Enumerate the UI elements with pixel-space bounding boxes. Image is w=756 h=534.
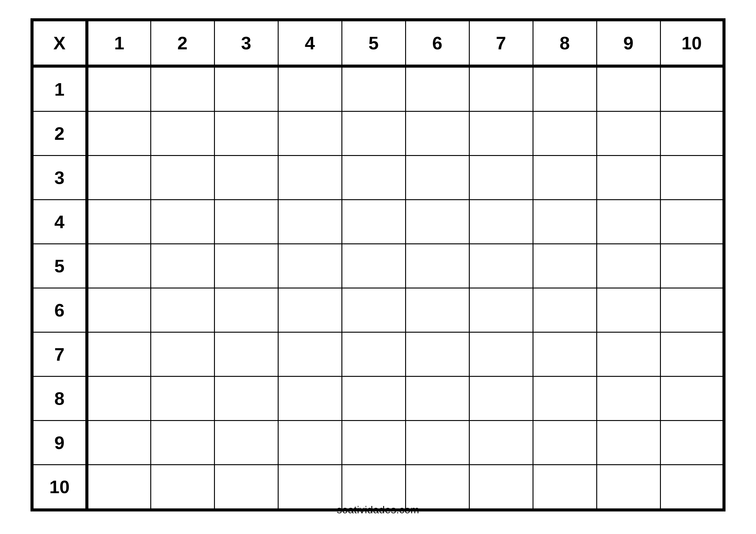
cell[interactable] bbox=[660, 465, 724, 510]
cell[interactable] bbox=[342, 200, 405, 244]
cell[interactable] bbox=[597, 421, 660, 465]
cell[interactable] bbox=[405, 421, 469, 465]
cell[interactable] bbox=[533, 66, 597, 112]
cell[interactable] bbox=[597, 200, 660, 244]
cell[interactable] bbox=[278, 156, 342, 200]
cell[interactable] bbox=[597, 376, 660, 421]
cell[interactable] bbox=[214, 376, 278, 421]
cell[interactable] bbox=[214, 66, 278, 112]
cell[interactable] bbox=[87, 376, 150, 421]
cell[interactable] bbox=[660, 66, 724, 112]
cell[interactable] bbox=[660, 112, 724, 156]
cell[interactable] bbox=[87, 421, 150, 465]
cell[interactable] bbox=[150, 156, 214, 200]
cell[interactable] bbox=[533, 288, 597, 332]
cell[interactable] bbox=[533, 156, 597, 200]
cell[interactable] bbox=[469, 200, 533, 244]
cell[interactable] bbox=[87, 332, 150, 376]
cell[interactable] bbox=[278, 332, 342, 376]
cell[interactable] bbox=[87, 288, 150, 332]
cell[interactable] bbox=[150, 200, 214, 244]
cell[interactable] bbox=[533, 112, 597, 156]
cell[interactable] bbox=[214, 244, 278, 288]
cell[interactable] bbox=[469, 244, 533, 288]
cell[interactable] bbox=[405, 332, 469, 376]
cell[interactable] bbox=[150, 421, 214, 465]
cell[interactable] bbox=[533, 376, 597, 421]
cell[interactable] bbox=[342, 376, 405, 421]
cell[interactable] bbox=[469, 465, 533, 510]
cell[interactable] bbox=[150, 112, 214, 156]
cell[interactable] bbox=[342, 465, 405, 510]
cell[interactable] bbox=[150, 288, 214, 332]
cell[interactable] bbox=[597, 156, 660, 200]
cell[interactable] bbox=[469, 288, 533, 332]
cell[interactable] bbox=[597, 465, 660, 510]
cell[interactable] bbox=[405, 376, 469, 421]
cell[interactable] bbox=[597, 288, 660, 332]
cell[interactable] bbox=[533, 200, 597, 244]
cell[interactable] bbox=[278, 244, 342, 288]
cell[interactable] bbox=[150, 66, 214, 112]
cell[interactable] bbox=[405, 465, 469, 510]
cell[interactable] bbox=[660, 200, 724, 244]
cell[interactable] bbox=[278, 66, 342, 112]
cell[interactable] bbox=[87, 244, 150, 288]
cell[interactable] bbox=[278, 465, 342, 510]
cell[interactable] bbox=[597, 332, 660, 376]
cell[interactable] bbox=[278, 288, 342, 332]
cell[interactable] bbox=[469, 66, 533, 112]
cell[interactable] bbox=[214, 421, 278, 465]
cell[interactable] bbox=[660, 288, 724, 332]
cell[interactable] bbox=[342, 288, 405, 332]
cell[interactable] bbox=[87, 200, 150, 244]
cell[interactable] bbox=[660, 332, 724, 376]
cell[interactable] bbox=[87, 112, 150, 156]
cell[interactable] bbox=[150, 465, 214, 510]
cell[interactable] bbox=[405, 200, 469, 244]
cell[interactable] bbox=[342, 66, 405, 112]
cell[interactable] bbox=[214, 112, 278, 156]
cell[interactable] bbox=[150, 376, 214, 421]
cell[interactable] bbox=[342, 421, 405, 465]
cell[interactable] bbox=[405, 244, 469, 288]
cell[interactable] bbox=[533, 244, 597, 288]
cell[interactable] bbox=[342, 332, 405, 376]
cell[interactable] bbox=[278, 421, 342, 465]
cell[interactable] bbox=[405, 112, 469, 156]
cell[interactable] bbox=[214, 288, 278, 332]
cell[interactable] bbox=[214, 200, 278, 244]
cell[interactable] bbox=[214, 465, 278, 510]
cell[interactable] bbox=[342, 112, 405, 156]
cell[interactable] bbox=[405, 288, 469, 332]
cell[interactable] bbox=[469, 332, 533, 376]
cell[interactable] bbox=[533, 421, 597, 465]
cell[interactable] bbox=[87, 66, 150, 112]
cell[interactable] bbox=[660, 244, 724, 288]
cell[interactable] bbox=[469, 421, 533, 465]
cell[interactable] bbox=[660, 156, 724, 200]
cell[interactable] bbox=[87, 465, 150, 510]
cell[interactable] bbox=[150, 244, 214, 288]
cell[interactable] bbox=[405, 156, 469, 200]
cell[interactable] bbox=[597, 244, 660, 288]
cell[interactable] bbox=[660, 421, 724, 465]
cell[interactable] bbox=[278, 200, 342, 244]
cell[interactable] bbox=[214, 332, 278, 376]
cell[interactable] bbox=[214, 156, 278, 200]
cell[interactable] bbox=[660, 376, 724, 421]
cell[interactable] bbox=[597, 66, 660, 112]
cell[interactable] bbox=[597, 112, 660, 156]
cell[interactable] bbox=[150, 332, 214, 376]
cell[interactable] bbox=[278, 376, 342, 421]
cell[interactable] bbox=[278, 112, 342, 156]
cell[interactable] bbox=[533, 332, 597, 376]
cell[interactable] bbox=[87, 156, 150, 200]
cell[interactable] bbox=[533, 465, 597, 510]
cell[interactable] bbox=[342, 156, 405, 200]
cell[interactable] bbox=[342, 244, 405, 288]
cell[interactable] bbox=[469, 156, 533, 200]
cell[interactable] bbox=[469, 112, 533, 156]
cell[interactable] bbox=[405, 66, 469, 112]
cell[interactable] bbox=[469, 376, 533, 421]
